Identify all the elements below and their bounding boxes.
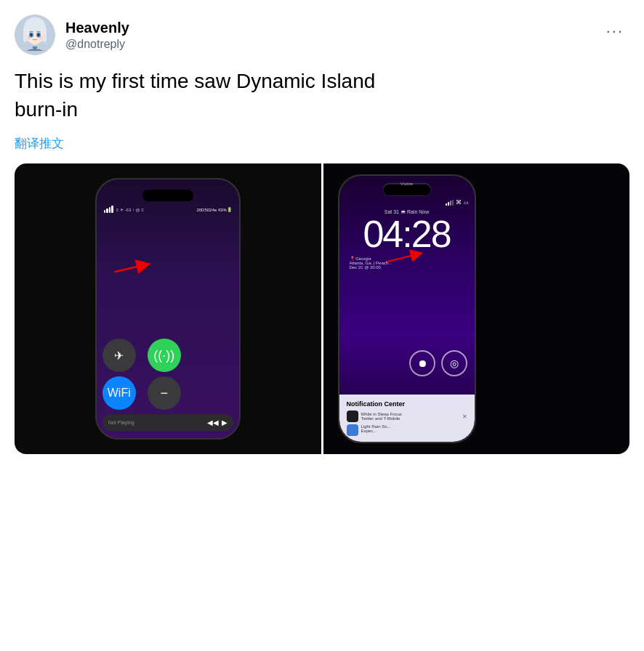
camera-icon[interactable]: ◎ xyxy=(441,350,467,376)
bluetooth-btn[interactable]: − xyxy=(148,376,181,410)
right-signal xyxy=(446,200,454,206)
notif-body-2: Expec... xyxy=(361,429,391,433)
notif-icon-1 xyxy=(347,411,358,422)
flashlight-icon[interactable]: ⏺ xyxy=(409,350,435,376)
svg-rect-4 xyxy=(23,29,27,42)
notif-item-2[interactable]: Light Rain So... Expec... xyxy=(347,424,467,436)
notif-center-title: Notification Center xyxy=(347,400,467,408)
right-phone-screen: Visible ⌘ ▭ xyxy=(338,174,476,443)
right-image[interactable]: Visible ⌘ ▭ xyxy=(323,163,630,454)
rewind-icon[interactable]: ◀◀ xyxy=(207,418,219,426)
media-grid: ≡ ✈ -63 ↑ @ ≡ 20D5024e 43%🔋 ✈ ((·)) WiFi… xyxy=(15,163,629,454)
avatar[interactable] xyxy=(15,15,55,55)
username: @dnotreply xyxy=(65,37,129,52)
svg-point-3 xyxy=(25,17,45,32)
notif-text-2: Light Rain So... Expec... xyxy=(361,424,391,433)
control-center: ✈ ((·)) WiFi − Not Playing ◀◀ ▶ xyxy=(102,339,233,431)
mobile-data-btn[interactable]: ((·)) xyxy=(148,339,181,372)
svg-point-9 xyxy=(38,33,40,36)
airplane-mode-btn[interactable]: ✈ xyxy=(102,339,136,372)
wifi-icon-right: ⌘ xyxy=(456,199,462,206)
status-text-left: ≡ ✈ -63 ↑ @ ≡ xyxy=(116,207,144,212)
location-line3: Dec 31 @ 20:00 xyxy=(350,265,393,270)
translate-link[interactable]: 翻译推文 xyxy=(15,135,629,152)
tweet-header: Heavenly @dnotreply ··· xyxy=(15,15,629,55)
notification-panel: Notification Center While in Sleep Focus… xyxy=(339,395,475,442)
notif-item-1[interactable]: While in Sleep Focus Twitter and T-Mobil… xyxy=(347,411,467,422)
notif-close-icon[interactable]: ✕ xyxy=(462,413,467,420)
tweet-text: This is my first time saw Dynamic Island… xyxy=(15,67,629,124)
svg-point-8 xyxy=(31,33,33,36)
battery-icon-right: ▭ xyxy=(464,200,469,206)
lock-time: 04:28 xyxy=(339,215,475,253)
location-line1: 📍 Georgia xyxy=(350,256,393,261)
red-arrow-left xyxy=(111,259,155,277)
user-info: Heavenly @dnotreply xyxy=(65,18,129,52)
dynamic-island-right xyxy=(383,185,430,195)
notif-body-1: Twitter and T-Mobile xyxy=(361,416,402,421)
not-playing-text: Not Playing xyxy=(108,420,134,425)
display-name: Heavenly xyxy=(65,18,129,37)
status-bar-right: ⌘ ▭ xyxy=(446,199,469,206)
tweet-user: Heavenly @dnotreply xyxy=(15,15,129,55)
wifi-btn[interactable]: WiFi xyxy=(102,376,136,410)
svg-point-11 xyxy=(39,36,43,39)
lock-icons: ⏺ ◎ xyxy=(409,350,467,376)
svg-point-10 xyxy=(27,36,31,39)
media-controls: ◀◀ ▶ xyxy=(207,418,228,426)
left-phone-screen: ≡ ✈ -63 ↑ @ ≡ 20D5024e 43%🔋 ✈ ((·)) WiFi… xyxy=(95,178,241,440)
notif-text-1: While in Sleep Focus Twitter and T-Mobil… xyxy=(361,412,402,421)
battery-text-left: 20D5024e 43%🔋 xyxy=(196,207,231,212)
dynamic-island-left xyxy=(142,190,193,201)
svg-line-13 xyxy=(114,264,147,272)
lock-location: 📍 Georgia Atlanta, Ga. | Peach... Dec 31… xyxy=(350,256,393,270)
notif-icon-2 xyxy=(347,424,358,436)
play-icon[interactable]: ▶ xyxy=(222,418,228,426)
svg-rect-5 xyxy=(43,29,47,42)
now-playing-widget[interactable]: Not Playing ◀◀ ▶ xyxy=(102,414,233,431)
signal-bars-left xyxy=(104,206,113,213)
cc-grid: ✈ ((·)) WiFi − xyxy=(102,339,233,410)
tweet-container: Heavenly @dnotreply ··· This is my first… xyxy=(0,0,644,454)
visible-label: Visible xyxy=(401,182,414,186)
left-image[interactable]: ≡ ✈ -63 ↑ @ ≡ 20D5024e 43%🔋 ✈ ((·)) WiFi… xyxy=(15,163,321,454)
more-options-button[interactable]: ··· xyxy=(600,19,629,44)
